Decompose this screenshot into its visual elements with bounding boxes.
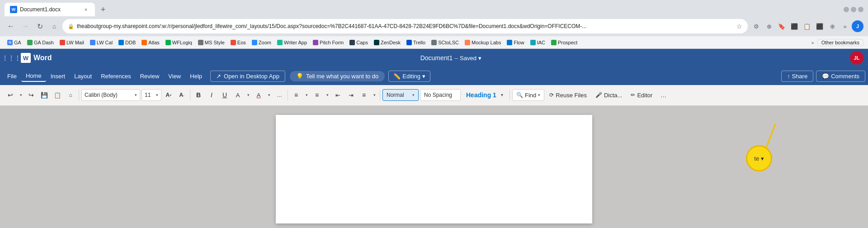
- italic-button[interactable]: I: [206, 89, 217, 101]
- open-desktop-icon: ↗: [216, 73, 221, 80]
- bookmark-writerapp[interactable]: Writer App: [274, 39, 310, 46]
- extension-icon-7[interactable]: ⊕: [826, 20, 838, 32]
- save-button[interactable]: 💾: [38, 89, 50, 101]
- home-button[interactable]: ⌂: [48, 20, 61, 33]
- bookmark-eos[interactable]: Eos: [228, 39, 249, 46]
- style-normal-select[interactable]: Normal ▾: [382, 89, 419, 101]
- alignment-dropdown[interactable]: ▾: [371, 89, 377, 101]
- maximize-button[interactable]: [851, 7, 856, 12]
- bookmark-iac[interactable]: IAC: [528, 39, 548, 46]
- minimize-button[interactable]: [844, 7, 849, 12]
- style-heading1-select[interactable]: Heading 1 ▾: [462, 89, 507, 101]
- bookmark-gadash[interactable]: GA Dash: [24, 39, 57, 46]
- menu-item-layout[interactable]: Layout: [70, 71, 96, 81]
- bookmark-caps[interactable]: Caps: [347, 39, 371, 46]
- decrease-indent-button[interactable]: ⇤: [332, 89, 344, 101]
- edit-icon: ✏️: [393, 73, 401, 80]
- profile-avatar[interactable]: J: [852, 20, 863, 32]
- bookmarks-more-button[interactable]: »: [809, 39, 817, 46]
- menu-item-home[interactable]: Home: [21, 71, 46, 82]
- more-options-button[interactable]: …: [657, 89, 669, 101]
- bold-button[interactable]: B: [193, 89, 204, 101]
- editing-button[interactable]: ✏️ Editing ▾: [388, 71, 430, 82]
- bookmark-flow[interactable]: Flow: [504, 39, 527, 46]
- document-page[interactable]: [276, 115, 592, 223]
- bullet-list-dropdown[interactable]: ▾: [303, 89, 310, 101]
- bookmark-msstyle[interactable]: MS Style: [195, 39, 227, 46]
- other-bookmarks[interactable]: Other bookmarks: [817, 39, 863, 46]
- forward-button[interactable]: →: [19, 20, 32, 33]
- menu-item-file[interactable]: File: [3, 71, 21, 81]
- font-color-button[interactable]: A: [253, 89, 264, 101]
- bookmark-atlas[interactable]: Atlas: [139, 39, 162, 46]
- increase-font-button[interactable]: A+: [163, 89, 175, 101]
- undo-button[interactable]: ↩: [5, 89, 16, 101]
- bullet-list-button[interactable]: ≡: [290, 89, 302, 101]
- bookmark-zoom[interactable]: Zoom: [249, 39, 274, 46]
- bookmark-wflogiq[interactable]: WFLogiq: [163, 39, 195, 46]
- extensions-more[interactable]: »: [839, 20, 851, 32]
- font-name-select[interactable]: Calibri (Body) ▾: [81, 89, 140, 101]
- refresh-button[interactable]: ↻: [33, 20, 46, 33]
- more-format-button[interactable]: …: [274, 89, 285, 101]
- bookmark-sctolsc[interactable]: SCtoLSC: [429, 39, 462, 46]
- app-launcher-button[interactable]: ⋮⋮⋮: [5, 51, 18, 65]
- close-button[interactable]: [858, 7, 863, 12]
- bookmark-zendesk[interactable]: ZenDesk: [371, 39, 403, 46]
- saved-status-button[interactable]: Saved ▾: [460, 55, 481, 62]
- share-button[interactable]: ↑ Share: [781, 71, 813, 82]
- extension-icon-2[interactable]: ⊕: [763, 20, 775, 32]
- clear-format-button[interactable]: ⌂: [65, 89, 76, 101]
- bookmark-trello[interactable]: Trello: [404, 39, 428, 46]
- increase-indent-button[interactable]: ⇥: [345, 89, 357, 101]
- address-bar[interactable]: 🔒 theaboutgroup-my.sharepoint.com/:w:/r/…: [62, 19, 748, 33]
- ribbon-separator-3: [288, 90, 288, 100]
- bookmark-pitchform[interactable]: Pitch Form: [310, 39, 346, 46]
- redo-button[interactable]: ↪: [25, 89, 37, 101]
- undo-dropdown[interactable]: ▾: [18, 89, 24, 101]
- bookmark-ga[interactable]: G GA: [5, 39, 24, 46]
- editor-button[interactable]: ✏ Editor: [627, 89, 656, 101]
- bookmark-lwmail[interactable]: LW Mail: [57, 39, 87, 46]
- bookmark-prospect[interactable]: Prospect: [548, 39, 580, 46]
- menu-item-insert[interactable]: Insert: [46, 71, 70, 81]
- comments-button[interactable]: 💬 Comments: [816, 71, 865, 82]
- find-button[interactable]: 🔍 Find ▾: [512, 89, 544, 101]
- menu-item-review[interactable]: Review: [136, 71, 164, 81]
- extension-icon-6[interactable]: ⬛: [814, 20, 826, 32]
- new-tab-button[interactable]: +: [97, 3, 109, 16]
- back-button[interactable]: ←: [5, 20, 17, 33]
- menu-item-references[interactable]: References: [96, 71, 135, 81]
- ribbon-separator-4: [380, 90, 380, 100]
- clipboard-button[interactable]: 📋: [52, 89, 63, 101]
- alignment-button[interactable]: ≡: [358, 89, 370, 101]
- extension-icon-5[interactable]: 📋: [801, 20, 813, 32]
- open-desktop-button[interactable]: ↗ Open in Desktop App: [210, 71, 285, 82]
- ribbon-separator-5: [509, 90, 510, 100]
- bookmark-ddb[interactable]: DDB: [116, 39, 138, 46]
- active-tab[interactable]: W Document1.docx ×: [5, 3, 95, 16]
- style-no-spacing-select[interactable]: No Spacing: [420, 89, 461, 101]
- font-size-select[interactable]: 11 ▾: [142, 89, 161, 101]
- bookmark-lwcal[interactable]: LW Cal: [87, 39, 115, 46]
- dictate-button[interactable]: 🎤 Dicta...: [592, 89, 626, 101]
- bookmark-mockuplabs[interactable]: Mockup Labs: [462, 39, 504, 46]
- extension-icon-4[interactable]: ⬛: [788, 20, 800, 32]
- bookmark-star-icon[interactable]: ☆: [736, 23, 742, 30]
- underline-button[interactable]: U: [219, 89, 231, 101]
- tell-me-bar[interactable]: 💡 Tell me what you want to do: [290, 71, 385, 81]
- highlight-dropdown[interactable]: ▾: [245, 89, 251, 101]
- font-color-dropdown[interactable]: ▾: [266, 89, 272, 101]
- decrease-font-button[interactable]: A-: [176, 89, 188, 101]
- numbered-list-button[interactable]: ≡: [311, 89, 323, 101]
- word-logo-icon: W: [21, 53, 31, 63]
- menu-item-help[interactable]: Help: [185, 71, 207, 81]
- extension-icon-3[interactable]: 🔖: [776, 20, 788, 32]
- extension-icon-1[interactable]: ⚙: [750, 20, 762, 32]
- word-avatar[interactable]: JL: [850, 51, 863, 65]
- tab-close-icon[interactable]: ×: [82, 6, 90, 13]
- reuse-files-button[interactable]: ⟳ Reuse Files: [546, 89, 590, 101]
- highlight-color-button[interactable]: A: [232, 89, 244, 101]
- numbered-list-dropdown[interactable]: ▾: [324, 89, 330, 101]
- menu-item-view[interactable]: View: [164, 71, 185, 81]
